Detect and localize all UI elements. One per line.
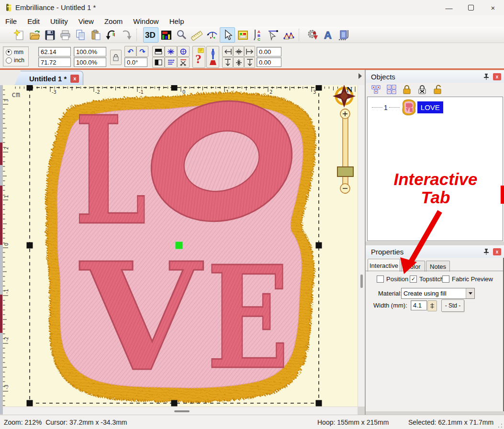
object-properties-button[interactable] [235, 27, 250, 43]
center-hoop-button[interactable] [165, 46, 177, 57]
new-document-button[interactable] [11, 27, 27, 43]
view-3d-button[interactable]: 3D [143, 27, 158, 43]
tab-interactive[interactable]: Interactive [368, 259, 400, 272]
stitch-order-button[interactable] [165, 57, 177, 68]
close-button[interactable]: × [482, 0, 504, 15]
zoom-tool-button[interactable] [174, 27, 189, 43]
collapse-tree-button[interactable] [385, 83, 398, 96]
align-center-h-button[interactable] [233, 46, 244, 57]
copy-button[interactable] [73, 27, 88, 43]
pin-icon[interactable] [482, 248, 490, 255]
align-top-button[interactable] [222, 57, 233, 68]
tab-color[interactable]: Color [401, 261, 425, 272]
selection-handle[interactable] [27, 85, 33, 91]
aspect-lock-button[interactable] [110, 50, 122, 65]
width-percent-input[interactable]: 100.0% [74, 47, 106, 56]
open-folder-button[interactable] [27, 27, 42, 43]
merge-design-button[interactable] [336, 27, 351, 43]
align-right-button[interactable] [244, 46, 255, 57]
horizontal-scrollbar-thumb[interactable] [174, 410, 190, 412]
selection-handle[interactable] [316, 242, 322, 249]
redo-button[interactable] [119, 27, 134, 43]
properties-close-icon[interactable]: x [493, 248, 501, 255]
height-percent-input[interactable]: 100.0% [74, 57, 106, 67]
thread-chart-button[interactable] [158, 27, 174, 43]
mirror-v-button[interactable] [152, 57, 165, 68]
fabric-preview-checkbox[interactable]: Fabric Preview [442, 275, 493, 283]
measure-ruler-button[interactable] [189, 27, 204, 43]
std-button[interactable]: - Std - [441, 299, 464, 312]
unit-mm-radio[interactable]: mm [6, 49, 23, 55]
position-checkbox[interactable]: Position [377, 275, 408, 283]
paste-button[interactable] [88, 27, 103, 43]
minimize-button[interactable]: — [438, 0, 460, 15]
menu-edit[interactable]: Edit [22, 16, 45, 27]
design-width-input[interactable]: 62.14 [38, 47, 71, 56]
zoom-slider-thumb[interactable] [337, 167, 353, 176]
angle-input[interactable]: 0.0° [124, 57, 147, 67]
selection-handle[interactable] [27, 400, 33, 407]
fabric-preview-checkbox-box[interactable] [442, 275, 449, 283]
stitch-simulate-button[interactable] [204, 27, 220, 43]
align-left-button[interactable] [222, 46, 233, 57]
print-button[interactable] [57, 27, 73, 43]
stitch-eraser-button[interactable] [206, 46, 219, 68]
topstitch-checkbox-box[interactable]: ✓ [410, 275, 417, 283]
selection-handle[interactable] [171, 85, 178, 91]
lock-x-button[interactable] [415, 83, 429, 96]
width-input[interactable]: 4.1 [411, 300, 427, 310]
undo-button[interactable] [103, 27, 119, 43]
position-checkbox-box[interactable] [377, 275, 384, 283]
menu-view[interactable]: View [73, 16, 99, 27]
selection-handle[interactable] [171, 400, 178, 407]
merge-font-button[interactable]: A [321, 27, 336, 43]
expand-tree-button[interactable] [370, 83, 383, 96]
lettering-button[interactable]: ABC [250, 27, 266, 43]
selection-handle[interactable] [316, 400, 322, 407]
lock-open-button[interactable] [431, 83, 444, 96]
selection-handle[interactable] [27, 242, 33, 249]
document-tab[interactable]: Untitled 1 * x [14, 71, 83, 86]
design-height-input[interactable]: 71.72 [38, 57, 71, 67]
material-dropdown[interactable]: Create using fill [401, 288, 475, 299]
offset-x-input[interactable]: 0.00 [257, 47, 281, 56]
maximize-button[interactable] [460, 0, 482, 15]
horizontal-scrollbar[interactable] [3, 407, 358, 415]
objects-close-icon[interactable]: x [493, 73, 501, 80]
rotate-ccw-button[interactable]: ↶ [124, 46, 136, 57]
vertical-scrollbar-thumb[interactable] [360, 275, 363, 288]
sew-select-button[interactable] [266, 27, 281, 43]
tab-scroll-right-icon[interactable] [358, 73, 362, 79]
design-notes-button[interactable]: ? [192, 46, 205, 68]
object-thumbnail[interactable] [401, 99, 416, 116]
stitch-generate-button[interactable] [305, 27, 321, 43]
align-center-v-button[interactable] [233, 57, 244, 68]
align-bottom-button[interactable] [244, 57, 255, 68]
trim-button[interactable] [177, 57, 190, 68]
tab-close-icon[interactable]: x [70, 75, 79, 83]
mirror-h-button[interactable] [152, 46, 165, 57]
tab-notes[interactable]: Notes [426, 261, 450, 272]
topstitch-checkbox[interactable]: ✓Topstitch [410, 275, 444, 283]
unit-inch-radio[interactable]: inch [6, 57, 24, 64]
vertical-scrollbar[interactable] [358, 85, 365, 407]
objects-list[interactable]: 1 LOVE [367, 97, 503, 241]
width-stepper[interactable] [427, 300, 437, 311]
menu-utility[interactable]: Utility [45, 16, 73, 27]
design-center-marker[interactable] [175, 242, 183, 249]
select-pointer-button[interactable] [220, 27, 235, 43]
object-row[interactable]: 1 LOVE [370, 99, 443, 116]
rotate-cw-button[interactable]: ↷ [136, 46, 148, 57]
resize-grip[interactable] [498, 423, 503, 428]
save-button[interactable] [42, 27, 57, 43]
fit-hoop-button[interactable] [177, 46, 190, 57]
node-edit-button[interactable] [281, 27, 296, 43]
design-canvas[interactable]: -3-2-101233210-1-2-3cmLVEN [3, 85, 358, 407]
menu-file[interactable]: File [0, 16, 22, 27]
lock-closed-button[interactable] [400, 83, 414, 96]
dropdown-arrow-icon[interactable] [466, 288, 474, 298]
zoom-slider[interactable] [337, 109, 353, 193]
menu-help[interactable]: Help [164, 16, 190, 27]
menu-zoom[interactable]: Zoom [99, 16, 128, 27]
selection-handle[interactable] [316, 85, 322, 91]
